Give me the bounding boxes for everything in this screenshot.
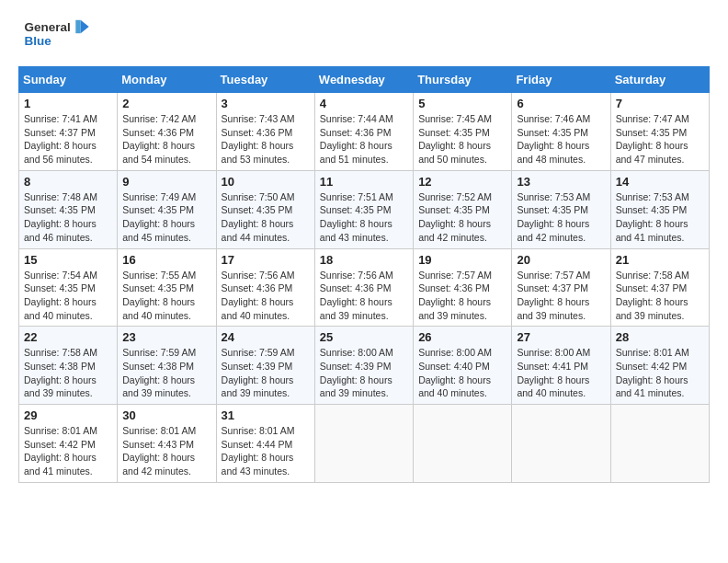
day-info: Sunrise: 7:49 AMSunset: 4:35 PMDaylight:… <box>122 191 196 243</box>
calendar-cell: 28 Sunrise: 8:01 AMSunset: 4:42 PMDaylig… <box>610 327 709 405</box>
day-info: Sunrise: 7:44 AMSunset: 4:36 PMDaylight:… <box>320 113 393 165</box>
day-info: Sunrise: 7:50 AMSunset: 4:35 PMDaylight:… <box>222 191 295 243</box>
calendar-week-2: 8 Sunrise: 7:48 AMSunset: 4:35 PMDayligh… <box>19 170 710 248</box>
day-info: Sunrise: 8:01 AMSunset: 4:44 PMDaylight:… <box>222 425 295 477</box>
calendar-cell: 16 Sunrise: 7:55 AMSunset: 4:35 PMDaylig… <box>118 248 216 327</box>
weekday-header-monday: Monday <box>118 67 216 93</box>
day-number: 16 <box>122 253 210 267</box>
calendar-cell: 21 Sunrise: 7:58 AMSunset: 4:37 PMDaylig… <box>610 248 709 327</box>
calendar-cell: 13 Sunrise: 7:53 AMSunset: 4:35 PMDaylig… <box>512 170 610 248</box>
calendar-cell: 31 Sunrise: 8:01 AMSunset: 4:44 PMDaylig… <box>216 405 314 483</box>
day-number: 13 <box>517 175 605 189</box>
page-header: General Blue <box>18 18 710 52</box>
calendar-cell: 22 Sunrise: 7:58 AMSunset: 4:38 PMDaylig… <box>19 327 118 405</box>
day-number: 21 <box>616 253 704 267</box>
day-info: Sunrise: 7:54 AMSunset: 4:35 PMDaylight:… <box>24 270 97 321</box>
calendar-cell: 12 Sunrise: 7:52 AMSunset: 4:35 PMDaylig… <box>414 170 512 248</box>
calendar-cell: 18 Sunrise: 7:56 AMSunset: 4:36 PMDaylig… <box>314 248 413 327</box>
calendar-cell: 1 Sunrise: 7:41 AMSunset: 4:37 PMDayligh… <box>19 93 118 171</box>
day-number: 24 <box>222 330 310 344</box>
day-info: Sunrise: 8:00 AMSunset: 4:41 PMDaylight:… <box>517 347 590 398</box>
calendar-cell: 5 Sunrise: 7:45 AMSunset: 4:35 PMDayligh… <box>414 93 512 171</box>
day-info: Sunrise: 8:00 AMSunset: 4:39 PMDaylight:… <box>320 347 393 398</box>
weekday-header-wednesday: Wednesday <box>314 67 413 93</box>
day-number: 20 <box>517 253 605 267</box>
logo: General Blue <box>18 18 97 52</box>
calendar-cell <box>314 405 413 483</box>
calendar-cell: 30 Sunrise: 8:01 AMSunset: 4:43 PMDaylig… <box>118 405 216 483</box>
day-number: 14 <box>616 175 704 189</box>
day-info: Sunrise: 7:53 AMSunset: 4:35 PMDaylight:… <box>517 191 590 243</box>
calendar-cell: 20 Sunrise: 7:57 AMSunset: 4:37 PMDaylig… <box>512 248 610 327</box>
calendar-cell: 3 Sunrise: 7:43 AMSunset: 4:36 PMDayligh… <box>216 93 314 171</box>
day-info: Sunrise: 7:56 AMSunset: 4:36 PMDaylight:… <box>222 270 295 321</box>
day-info: Sunrise: 7:56 AMSunset: 4:36 PMDaylight:… <box>320 270 393 321</box>
calendar-cell: 23 Sunrise: 7:59 AMSunset: 4:38 PMDaylig… <box>118 327 216 405</box>
day-number: 25 <box>320 330 408 344</box>
svg-marker-3 <box>75 20 80 33</box>
day-info: Sunrise: 7:53 AMSunset: 4:35 PMDaylight:… <box>616 191 689 243</box>
day-number: 6 <box>517 97 605 110</box>
weekday-header-saturday: Saturday <box>610 67 709 93</box>
day-info: Sunrise: 7:59 AMSunset: 4:39 PMDaylight:… <box>222 347 295 398</box>
calendar-cell: 29 Sunrise: 8:01 AMSunset: 4:42 PMDaylig… <box>19 405 118 483</box>
day-info: Sunrise: 7:58 AMSunset: 4:37 PMDaylight:… <box>616 270 689 321</box>
day-info: Sunrise: 7:57 AMSunset: 4:37 PMDaylight:… <box>517 270 590 321</box>
day-info: Sunrise: 8:01 AMSunset: 4:42 PMDaylight:… <box>24 425 97 477</box>
day-number: 17 <box>222 253 310 267</box>
day-number: 22 <box>24 330 112 344</box>
calendar-cell: 27 Sunrise: 8:00 AMSunset: 4:41 PMDaylig… <box>512 327 610 405</box>
calendar-cell: 10 Sunrise: 7:50 AMSunset: 4:35 PMDaylig… <box>216 170 314 248</box>
calendar-cell: 19 Sunrise: 7:57 AMSunset: 4:36 PMDaylig… <box>414 248 512 327</box>
day-info: Sunrise: 7:47 AMSunset: 4:35 PMDaylight:… <box>616 113 689 165</box>
day-number: 12 <box>418 175 506 189</box>
calendar-week-4: 22 Sunrise: 7:58 AMSunset: 4:38 PMDaylig… <box>19 327 710 405</box>
day-info: Sunrise: 7:58 AMSunset: 4:38 PMDaylight:… <box>24 347 97 398</box>
day-info: Sunrise: 7:41 AMSunset: 4:37 PMDaylight:… <box>24 113 97 165</box>
day-number: 30 <box>122 408 210 422</box>
day-info: Sunrise: 7:43 AMSunset: 4:36 PMDaylight:… <box>222 113 295 165</box>
day-info: Sunrise: 8:00 AMSunset: 4:40 PMDaylight:… <box>418 347 492 398</box>
day-number: 28 <box>616 330 704 344</box>
calendar-cell: 9 Sunrise: 7:49 AMSunset: 4:35 PMDayligh… <box>118 170 216 248</box>
calendar-cell: 7 Sunrise: 7:47 AMSunset: 4:35 PMDayligh… <box>610 93 709 171</box>
day-info: Sunrise: 7:51 AMSunset: 4:35 PMDaylight:… <box>320 191 393 243</box>
weekday-header-thursday: Thursday <box>414 67 512 93</box>
day-number: 26 <box>418 330 506 344</box>
calendar-cell: 8 Sunrise: 7:48 AMSunset: 4:35 PMDayligh… <box>19 170 118 248</box>
day-info: Sunrise: 7:45 AMSunset: 4:35 PMDaylight:… <box>418 113 492 165</box>
calendar-cell: 26 Sunrise: 8:00 AMSunset: 4:40 PMDaylig… <box>414 327 512 405</box>
day-number: 18 <box>320 253 408 267</box>
calendar-cell: 4 Sunrise: 7:44 AMSunset: 4:36 PMDayligh… <box>314 93 413 171</box>
logo-icon: General Blue <box>18 18 97 52</box>
day-number: 2 <box>122 97 210 110</box>
svg-text:General: General <box>25 20 71 34</box>
weekday-header-sunday: Sunday <box>19 67 118 93</box>
calendar-cell: 2 Sunrise: 7:42 AMSunset: 4:36 PMDayligh… <box>118 93 216 171</box>
calendar-week-5: 29 Sunrise: 8:01 AMSunset: 4:42 PMDaylig… <box>19 405 710 483</box>
day-number: 11 <box>320 175 408 189</box>
day-number: 5 <box>418 97 506 110</box>
day-number: 4 <box>320 97 408 110</box>
day-number: 7 <box>616 97 704 110</box>
calendar-table: SundayMondayTuesdayWednesdayThursdayFrid… <box>18 66 710 483</box>
day-number: 9 <box>122 175 210 189</box>
day-number: 29 <box>24 408 112 422</box>
calendar-cell: 15 Sunrise: 7:54 AMSunset: 4:35 PMDaylig… <box>19 248 118 327</box>
day-number: 10 <box>222 175 310 189</box>
day-info: Sunrise: 7:42 AMSunset: 4:36 PMDaylight:… <box>122 113 196 165</box>
calendar-cell: 25 Sunrise: 8:00 AMSunset: 4:39 PMDaylig… <box>314 327 413 405</box>
day-number: 1 <box>24 97 112 110</box>
day-number: 3 <box>222 97 310 110</box>
day-number: 8 <box>24 175 112 189</box>
calendar-cell <box>414 405 512 483</box>
weekday-header-row: SundayMondayTuesdayWednesdayThursdayFrid… <box>19 67 710 93</box>
calendar-cell: 6 Sunrise: 7:46 AMSunset: 4:35 PMDayligh… <box>512 93 610 171</box>
calendar-cell <box>512 405 610 483</box>
weekday-header-tuesday: Tuesday <box>216 67 314 93</box>
weekday-header-friday: Friday <box>512 67 610 93</box>
day-info: Sunrise: 7:59 AMSunset: 4:38 PMDaylight:… <box>122 347 196 398</box>
svg-text:Blue: Blue <box>25 34 52 48</box>
day-number: 23 <box>122 330 210 344</box>
day-number: 31 <box>222 408 310 422</box>
